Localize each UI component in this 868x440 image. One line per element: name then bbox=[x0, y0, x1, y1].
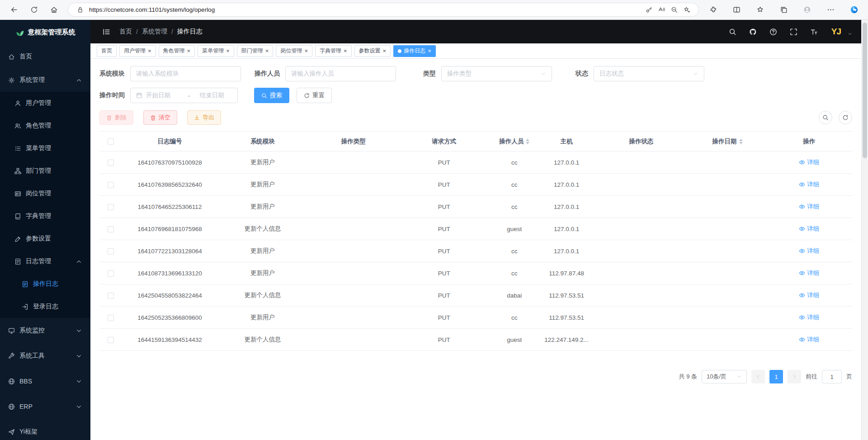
sidebar-item-dict-mgmt[interactable]: 字典管理 bbox=[0, 205, 90, 227]
tab-4[interactable]: 部门管理× bbox=[237, 45, 274, 57]
browser-home-icon[interactable] bbox=[46, 2, 61, 18]
select-all-checkbox[interactable] bbox=[108, 138, 114, 145]
row-checkbox[interactable] bbox=[108, 182, 114, 188]
header-search-icon[interactable] bbox=[726, 25, 740, 38]
tab-1[interactable]: 用户管理× bbox=[119, 45, 156, 57]
more-options-icon[interactable] bbox=[823, 2, 838, 18]
sort-icon[interactable] bbox=[526, 139, 529, 144]
detail-link[interactable]: 详细 bbox=[799, 291, 819, 299]
close-icon[interactable]: × bbox=[187, 48, 191, 54]
fullscreen-icon[interactable] bbox=[787, 25, 801, 38]
sidebar-item-post-mgmt[interactable]: 岗位管理 bbox=[0, 182, 90, 205]
row-checkbox[interactable] bbox=[108, 160, 114, 166]
bing-sidebar-icon[interactable] bbox=[846, 2, 862, 18]
close-icon[interactable]: × bbox=[226, 48, 230, 54]
tab-2[interactable]: 角色管理× bbox=[159, 45, 195, 57]
sidebar-item-role-mgmt[interactable]: 角色管理 bbox=[0, 114, 90, 137]
type-select[interactable]: 操作类型 bbox=[441, 66, 552, 81]
column-header[interactable]: 操作日期 bbox=[689, 132, 766, 151]
refresh-table-button[interactable] bbox=[839, 111, 852, 124]
detail-link[interactable]: 详细 bbox=[799, 247, 819, 255]
close-icon[interactable]: × bbox=[428, 48, 431, 54]
avatar-dropdown-icon[interactable] bbox=[848, 27, 852, 36]
sidebar-item-menu-mgmt[interactable]: 菜单管理 bbox=[0, 137, 90, 160]
tab-8[interactable]: 操作日志× bbox=[393, 45, 436, 57]
page-size-select[interactable]: 10条/页 bbox=[702, 370, 747, 383]
search-button[interactable]: 搜索 bbox=[254, 88, 289, 103]
export-button[interactable]: 导出 bbox=[187, 110, 221, 125]
sidebar-item-system-mgmt[interactable]: 系统管理 bbox=[0, 68, 90, 92]
sidebar-item-user-mgmt[interactable]: 用户管理 bbox=[0, 92, 90, 114]
close-icon[interactable]: × bbox=[265, 48, 269, 54]
url-text[interactable]: https://ccnetcore.com:1101/system/log/op… bbox=[89, 6, 642, 13]
sidebar-item-log-mgmt[interactable]: 日志管理 bbox=[0, 250, 90, 273]
sort-icon[interactable] bbox=[739, 139, 743, 144]
sidebar-item-login-log[interactable]: 登录日志 bbox=[0, 295, 90, 318]
user-avatar[interactable]: YJ bbox=[831, 27, 841, 37]
detail-link[interactable]: 详细 bbox=[799, 313, 819, 322]
tab-0[interactable]: 首页 bbox=[97, 45, 117, 57]
detail-link[interactable]: 详细 bbox=[799, 225, 819, 233]
password-key-icon[interactable] bbox=[642, 4, 655, 16]
breadcrumb-item[interactable]: 操作日志 bbox=[177, 28, 203, 36]
row-checkbox[interactable] bbox=[108, 226, 114, 232]
row-checkbox[interactable] bbox=[108, 248, 114, 255]
column-header[interactable]: 操作人员 bbox=[490, 132, 539, 151]
close-icon[interactable]: × bbox=[148, 48, 151, 54]
font-size-icon[interactable] bbox=[807, 25, 821, 38]
sidebar-item-home[interactable]: 首页 bbox=[0, 45, 90, 68]
detail-link[interactable]: 详细 bbox=[799, 336, 819, 344]
sidebar-item-system-monitor[interactable]: 系统监控 bbox=[0, 318, 90, 343]
zoom-out-icon[interactable] bbox=[668, 4, 680, 16]
favorites-icon[interactable] bbox=[752, 2, 768, 18]
sidebar-item-dept-mgmt[interactable]: 部门管理 bbox=[0, 160, 90, 182]
tab-3[interactable]: 菜单管理× bbox=[198, 45, 234, 57]
sidebar-item-system-tools[interactable]: 系统工具 bbox=[0, 343, 90, 369]
collections-icon[interactable] bbox=[776, 2, 791, 18]
close-icon[interactable]: × bbox=[344, 48, 347, 54]
row-checkbox[interactable] bbox=[108, 315, 114, 321]
back-icon[interactable] bbox=[6, 2, 22, 18]
operator-input[interactable]: 请输入操作人员 bbox=[285, 66, 396, 81]
add-favorite-icon[interactable] bbox=[680, 4, 693, 16]
collapse-menu-icon[interactable] bbox=[99, 25, 113, 38]
read-aloud-icon[interactable] bbox=[655, 4, 668, 16]
tab-5[interactable]: 岗位管理× bbox=[276, 45, 312, 57]
page-1-button[interactable]: 1 bbox=[769, 370, 783, 383]
prev-page-button[interactable] bbox=[751, 370, 765, 383]
delete-button[interactable]: 删除 bbox=[99, 110, 133, 125]
clear-button[interactable]: 清空 bbox=[143, 110, 177, 125]
sidebar-item-yi-framework[interactable]: Yi框架 bbox=[0, 419, 90, 440]
module-input[interactable]: 请输入系统模块 bbox=[130, 66, 241, 81]
refresh-icon[interactable] bbox=[26, 2, 42, 18]
help-icon[interactable] bbox=[767, 25, 780, 38]
goto-page-input[interactable]: 1 bbox=[822, 370, 842, 383]
close-icon[interactable]: × bbox=[383, 48, 387, 54]
split-screen-icon[interactable] bbox=[729, 2, 744, 18]
date-range-input[interactable]: 开始日期 - 结束日期 bbox=[130, 88, 238, 103]
github-icon[interactable] bbox=[746, 25, 760, 38]
detail-link[interactable]: 详细 bbox=[799, 158, 819, 166]
profile-avatar[interactable] bbox=[799, 2, 815, 18]
sidebar-item-erp[interactable]: ERP bbox=[0, 394, 90, 419]
breadcrumb-item[interactable]: 系统管理 bbox=[142, 28, 167, 36]
status-select[interactable]: 日志状态 bbox=[594, 66, 704, 81]
detail-link[interactable]: 详细 bbox=[799, 203, 819, 211]
sidebar-item-bbs[interactable]: BBS bbox=[0, 369, 90, 394]
breadcrumb-item[interactable]: 首页 bbox=[119, 28, 132, 36]
detail-link[interactable]: 详细 bbox=[799, 269, 819, 277]
tab-7[interactable]: 参数设置× bbox=[354, 45, 391, 57]
detail-link[interactable]: 详细 bbox=[799, 180, 819, 189]
sidebar-item-param-settings[interactable]: 参数设置 bbox=[0, 227, 90, 250]
next-page-button[interactable] bbox=[788, 370, 801, 383]
row-checkbox[interactable] bbox=[108, 337, 114, 343]
scrollbar-thumb[interactable] bbox=[863, 23, 867, 158]
row-checkbox[interactable] bbox=[108, 204, 114, 210]
extensions-icon[interactable] bbox=[705, 2, 721, 18]
row-checkbox[interactable] bbox=[108, 293, 114, 299]
close-icon[interactable]: × bbox=[304, 48, 308, 54]
scrollbar-track[interactable] bbox=[861, 20, 868, 440]
sidebar-item-oper-log[interactable]: 操作日志 bbox=[0, 273, 90, 295]
toggle-search-button[interactable] bbox=[819, 111, 832, 124]
row-checkbox[interactable] bbox=[108, 270, 114, 277]
